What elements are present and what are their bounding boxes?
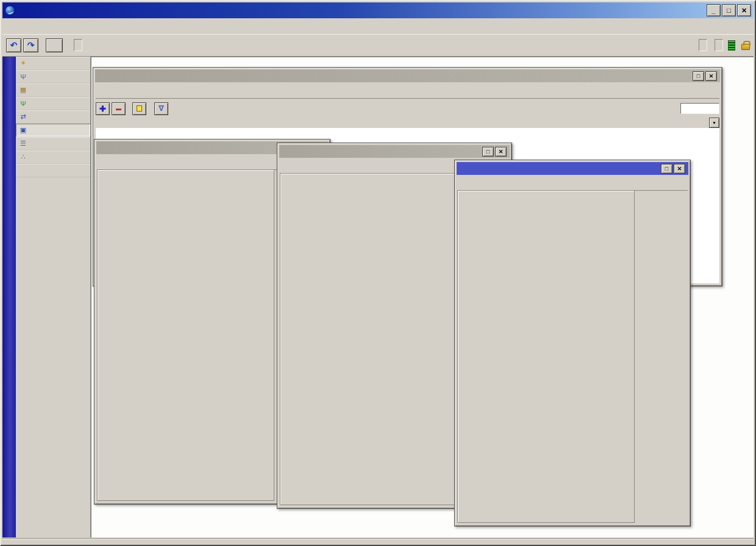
ppp-titlebar: □✕: [95, 69, 720, 82]
ppp-window-controls: □✕: [693, 71, 717, 81]
filter-icon: ∇: [159, 104, 163, 113]
minimize-button[interactable]: _: [707, 4, 721, 16]
undo-button[interactable]: ↶: [6, 38, 21, 52]
maximize-button[interactable]: □: [693, 71, 704, 81]
app-titlebar: _□✕: [2, 2, 754, 18]
dialog-panel: [457, 190, 635, 523]
maximize-icon: □: [727, 7, 731, 14]
dialog-window-controls: □✕: [482, 147, 507, 157]
minimize-icon: _: [711, 7, 715, 14]
window-controls: _□✕: [707, 4, 751, 16]
winbox-app-icon: [5, 5, 15, 16]
ppp-toolbar: ✚ ▬ ∇: [96, 101, 719, 116]
capsman-icon: Ψ: [18, 72, 29, 81]
ip-icon: [18, 166, 29, 175]
ppp-icon: ▣: [18, 126, 29, 135]
brand-strip: [2, 57, 16, 537]
dialog-window-controls: □✕: [661, 164, 685, 174]
sidebar-item-bridge[interactable]: ⇄: [16, 110, 90, 124]
desktop: □✕ ✚ ▬ ∇ ▼: [91, 57, 754, 537]
find-input[interactable]: [680, 103, 719, 114]
menu-settings[interactable]: [20, 24, 33, 29]
sidebar-item-ip[interactable]: [16, 164, 90, 177]
comment-button[interactable]: [132, 102, 146, 115]
close-button[interactable]: ✕: [674, 164, 685, 174]
dialog-panel: [280, 173, 457, 505]
filter-button[interactable]: ∇: [154, 102, 168, 115]
maximize-button[interactable]: □: [661, 164, 672, 174]
add-icon: ✚: [99, 104, 106, 113]
main-toolbar: ↶ ↷: [2, 34, 754, 57]
add-button[interactable]: ✚: [96, 102, 110, 115]
sidebar-item-ppp[interactable]: ▣: [16, 124, 90, 137]
close-icon: ✕: [709, 73, 714, 79]
menubar: [2, 18, 754, 34]
cpu-value: [715, 39, 723, 51]
close-icon: ✕: [677, 166, 682, 172]
redo-button[interactable]: ↷: [23, 38, 38, 52]
bridge-icon: ⇄: [18, 112, 29, 121]
dialog-titlebar: □✕: [457, 162, 688, 175]
ppp-profile-dialog-limits: □✕: [454, 160, 691, 526]
close-button[interactable]: ✕: [495, 147, 507, 157]
winbox-window: _□✕ ↶ ↷ ✶Ψ▦Ψ⇄▣☰∴ □✕: [0, 0, 756, 546]
close-button[interactable]: ✕: [737, 4, 751, 16]
close-icon: ✕: [499, 149, 504, 155]
safe-mode-button[interactable]: [46, 38, 63, 52]
close-icon: ✕: [741, 7, 747, 15]
undo-arrow-icon: ↶: [10, 40, 18, 50]
ppp-tabbar: [96, 83, 719, 99]
sidebar-item-mesh[interactable]: ∴: [16, 151, 90, 164]
chevron-down-icon: ▼: [712, 121, 716, 125]
switch-icon: ☰: [18, 139, 29, 148]
remove-button[interactable]: ▬: [112, 102, 126, 115]
secure-lock-icon: [741, 44, 750, 50]
maximize-icon: □: [665, 166, 668, 172]
close-button[interactable]: ✕: [705, 71, 717, 81]
dialog-panel: [97, 169, 274, 501]
maximize-icon: □: [697, 73, 700, 79]
mesh-icon: ∴: [18, 152, 29, 161]
wireless-icon: Ψ: [18, 99, 29, 108]
sidebar-item-capsman[interactable]: Ψ: [16, 70, 90, 83]
dialog-tabbar: [457, 176, 688, 191]
remove-icon: ▬: [116, 105, 121, 112]
maximize-button[interactable]: □: [482, 147, 494, 157]
statusbar: [2, 538, 754, 544]
interfaces-icon: ▦: [18, 85, 29, 94]
maximize-button[interactable]: □: [722, 4, 736, 16]
dialog-titlebar: □✕: [279, 145, 510, 158]
cpu-meter-icon: [728, 40, 735, 51]
comment-icon: [137, 105, 142, 112]
session-value: [74, 39, 82, 51]
quick-set-icon: ✶: [18, 58, 29, 68]
main-area: ✶Ψ▦Ψ⇄▣☰∴ □✕ ✚ ▬ ∇ ▼: [2, 57, 754, 537]
sidebar-item-wireless[interactable]: Ψ: [16, 97, 90, 110]
maximize-icon: □: [487, 149, 490, 155]
sidebar-menu: ✶Ψ▦Ψ⇄▣☰∴: [16, 57, 91, 537]
menu-session[interactable]: [6, 24, 20, 29]
uptime-value: [699, 39, 707, 51]
redo-arrow-icon: ↷: [27, 40, 35, 50]
sidebar-item-quick-set[interactable]: ✶: [16, 57, 90, 70]
sidebar-item-interfaces[interactable]: ▦: [16, 83, 90, 97]
sidebar-item-switch[interactable]: ☰: [16, 137, 90, 151]
table-header: [96, 118, 709, 128]
column-select-button[interactable]: ▼: [709, 118, 719, 128]
menu-dashboard[interactable]: [33, 24, 46, 29]
